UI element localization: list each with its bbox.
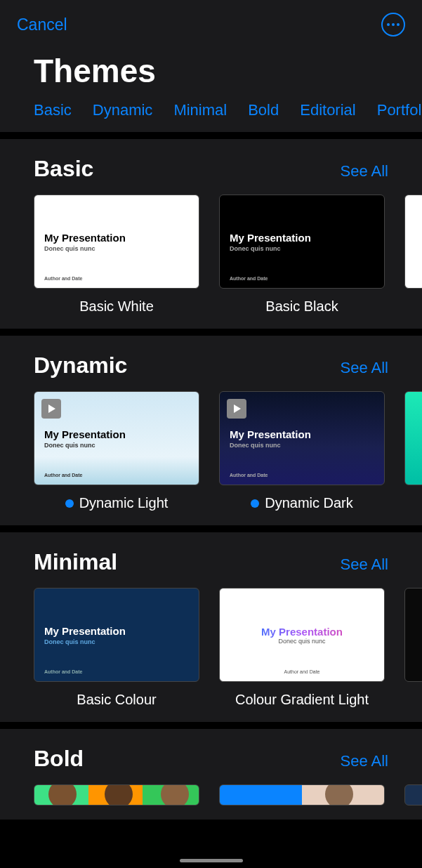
preview-footer: Author and Date [230,276,268,281]
preview-title: My Presentation [230,428,374,440]
theme-thumbnail [404,588,422,682]
preview-footer: Author and Date [44,473,82,478]
theme-thumbnail [404,784,422,805]
theme-label-text: Dynamic Light [79,495,169,511]
theme-label: Basic White [79,298,154,315]
preview-subtitle: Donec quis nunc [230,442,374,449]
theme-label-text: Dynamic Dark [265,495,353,511]
see-all-minimal[interactable]: See All [341,555,389,574]
theme-thumbnail: My Presentation Donec quis nunc Author a… [34,195,199,289]
home-indicator[interactable] [180,859,243,862]
theme-card-peek[interactable] [404,784,422,805]
preview-footer: Author and Date [44,669,82,674]
preview-footer: Author and Date [220,669,384,674]
preview-title: My Presentation [230,232,374,244]
theme-card-gradient-light[interactable]: My Presentation Donec quis nunc Author a… [219,588,385,708]
dot-indicator-icon [251,499,259,508]
preview-subtitle: Donec quis nunc [44,638,189,645]
section-dynamic: Dynamic See All My Presentation Donec qu… [0,336,422,525]
preview-subtitle: Donec quis nunc [230,245,374,252]
theme-card-bold-a[interactable] [34,784,199,805]
tab-portfolio[interactable]: Portfolio [377,101,422,119]
play-icon [227,399,246,419]
theme-thumbnail [34,784,199,805]
section-title-minimal: Minimal [34,549,117,575]
theme-thumbnail: My Presentation Donec quis nunc Author a… [219,588,385,682]
preview-subtitle: Donec quis nunc [44,442,189,449]
theme-card-dynamic-dark[interactable]: My Presentation Donec quis nunc Author a… [219,391,385,511]
theme-thumbnail: My Presentation Donec quis nunc Author a… [34,391,199,485]
dot-indicator-icon [65,499,74,508]
preview-footer: Author and Date [44,276,82,281]
theme-label: Basic Black [265,298,338,315]
theme-card-basic-colour[interactable]: My Presentation Donec quis nunc Author a… [34,588,199,708]
preview-title: My Presentation [44,428,189,440]
theme-card-bold-b[interactable] [219,784,385,805]
section-bold: Bold See All [0,729,422,820]
tab-editorial[interactable]: Editorial [300,101,355,119]
section-title-basic: Basic [34,156,93,182]
theme-card-peek[interactable] [404,391,422,511]
theme-card-peek[interactable] [404,588,422,708]
section-title-dynamic: Dynamic [34,353,127,379]
page-title: Themes [0,44,422,101]
theme-thumbnail [404,391,422,485]
theme-thumbnail [219,784,385,805]
play-icon [41,399,61,419]
preview-title: My Presentation [44,625,189,637]
section-minimal: Minimal See All My Presentation Donec qu… [0,532,422,722]
section-basic: Basic See All My Presentation Donec quis… [0,139,422,329]
category-tabs: Basic Dynamic Minimal Bold Editorial Por… [0,101,422,132]
tab-minimal[interactable]: Minimal [173,101,227,119]
tab-bold[interactable]: Bold [248,101,279,119]
theme-card-dynamic-light[interactable]: My Presentation Donec quis nunc Author a… [34,391,199,511]
theme-thumbnail: My Presentation Donec quis nunc Author a… [219,195,385,289]
preview-title: My Presentation [44,232,189,244]
see-all-basic[interactable]: See All [341,162,389,180]
theme-thumbnail: My Presentation Donec quis nunc Author a… [34,588,199,682]
theme-thumbnail: My Presentation Donec quis nunc Author a… [219,391,385,485]
preview-footer: Author and Date [230,473,268,478]
see-all-bold[interactable]: See All [341,752,389,770]
theme-thumbnail [404,195,422,289]
preview-subtitle: Donec quis nunc [44,245,189,252]
theme-card-basic-black[interactable]: My Presentation Donec quis nunc Author a… [219,195,385,315]
tab-dynamic[interactable]: Dynamic [93,101,153,119]
cancel-button[interactable]: Cancel [17,15,67,34]
top-bar: Cancel [0,0,422,44]
section-title-bold: Bold [34,746,84,772]
theme-label: Basic Colour [77,692,156,708]
see-all-dynamic[interactable]: See All [341,359,389,377]
theme-label: Colour Gradient Light [235,692,369,708]
theme-label: Dynamic Dark [251,495,353,511]
theme-card-peek[interactable] [404,195,422,315]
tab-basic[interactable]: Basic [34,101,72,119]
preview-subtitle: Donec quis nunc [230,638,374,645]
theme-card-basic-white[interactable]: My Presentation Donec quis nunc Author a… [34,195,199,315]
theme-label: Dynamic Light [65,495,169,511]
preview-title: My Presentation [230,626,374,638]
more-options-button[interactable] [381,13,405,37]
